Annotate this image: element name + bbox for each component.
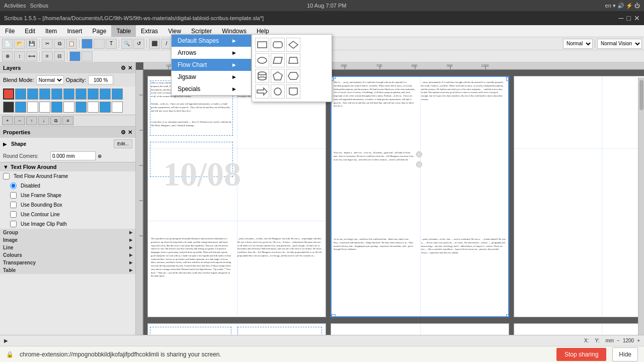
swatch-blue2[interactable] xyxy=(27,88,38,100)
table-section[interactable]: Table ▶ xyxy=(0,266,135,274)
shape-circle[interactable] xyxy=(271,84,285,99)
hide-button[interactable]: Hide xyxy=(612,347,638,361)
handle-rc[interactable] xyxy=(506,77,509,81)
group-section[interactable]: Group ▶ xyxy=(0,229,135,236)
stop-sharing-button[interactable]: Stop sharing xyxy=(556,348,606,361)
tool-select2[interactable] xyxy=(94,39,105,49)
swatch-blue5[interactable] xyxy=(63,88,74,100)
use-image-clip-checkbox[interactable] xyxy=(10,221,17,227)
layer-del-btn[interactable]: − xyxy=(14,116,25,125)
layers-settings-icon[interactable]: ⚙ xyxy=(121,65,126,71)
swatch-w3[interactable] xyxy=(63,102,74,113)
tool-line[interactable]: / xyxy=(161,39,172,49)
layer-add-btn[interactable]: + xyxy=(2,116,13,125)
use-frame-shape-checkbox[interactable] xyxy=(10,192,17,199)
tool-copy[interactable]: ⧉ xyxy=(54,39,65,49)
zoom-out-btn[interactable]: − xyxy=(617,338,620,343)
menu-table[interactable]: Table xyxy=(111,25,136,37)
swatch-blue4[interactable] xyxy=(51,88,62,100)
shape-diamond[interactable] xyxy=(286,38,300,52)
swatch-blue1[interactable] xyxy=(15,88,26,100)
tb2-arrange[interactable]: ≡ xyxy=(42,51,53,61)
line-section[interactable]: Line ▶ xyxy=(0,244,135,251)
text-flow-expand[interactable]: ▼ xyxy=(3,164,9,170)
scrollbar-vertical[interactable] xyxy=(638,77,644,359)
blend-mode-select[interactable]: Normal xyxy=(36,75,64,84)
close-btn[interactable]: ✕ xyxy=(634,14,640,22)
menu-item[interactable]: Item xyxy=(40,25,62,37)
tb2-color2[interactable] xyxy=(82,51,93,61)
swatch-w4[interactable] xyxy=(88,102,99,113)
prop-expand-arrow[interactable]: ▶ xyxy=(3,141,9,147)
swatch-w1[interactable] xyxy=(27,102,38,113)
use-contour-line-checkbox[interactable] xyxy=(10,211,17,218)
layers-close-icon[interactable]: ✕ xyxy=(128,65,132,71)
minimize-btn[interactable]: ─ xyxy=(619,14,624,22)
shape-pentagon[interactable] xyxy=(271,69,285,83)
swatch-dark[interactable] xyxy=(3,102,14,113)
tb2-btn3[interactable]: ⟺ xyxy=(26,51,37,61)
shape-oval[interactable] xyxy=(255,53,269,67)
shape-rounded-rect[interactable] xyxy=(271,38,285,52)
swatch-red[interactable] xyxy=(3,88,14,100)
shape-rect[interactable] xyxy=(255,38,269,52)
menu-edit[interactable]: Edit xyxy=(20,25,40,37)
tb2-btn1[interactable]: ⊕ xyxy=(2,51,13,61)
zoom-in-btn[interactable]: + xyxy=(637,338,640,343)
menu-insert[interactable]: Insert xyxy=(62,25,87,37)
ctx-jigsaw[interactable]: Jigsaw ▶ xyxy=(172,71,251,83)
shape-cylinder[interactable] xyxy=(255,69,269,83)
shape-hexagon[interactable] xyxy=(286,69,300,83)
opacity-input[interactable] xyxy=(88,75,113,84)
ctx-specials[interactable]: Specials ▶ xyxy=(172,83,251,95)
canvas-area[interactable]: 100 200 300 400 500 600 700 800 xyxy=(136,62,644,362)
swatch-b4[interactable] xyxy=(100,102,111,113)
tool-select-blue[interactable] xyxy=(82,39,93,49)
tb2-btn2[interactable]: ↕ xyxy=(14,51,25,61)
swatch-blue3[interactable] xyxy=(39,88,50,100)
tool-text[interactable]: T xyxy=(106,39,117,49)
colours-section[interactable]: Colours ▶ xyxy=(0,251,135,259)
swatch-w5[interactable] xyxy=(112,102,123,113)
scrollbar-thumb-v[interactable] xyxy=(639,80,643,110)
tool-new[interactable]: 📄 xyxy=(2,39,13,49)
properties-close-icon[interactable]: ✕ xyxy=(128,129,132,136)
handle-br[interactable] xyxy=(506,314,509,317)
tool-rotate[interactable]: ↺ xyxy=(133,39,144,49)
disabled-radio[interactable] xyxy=(10,183,17,189)
tool-shapes[interactable]: ⬛ xyxy=(149,39,160,49)
ctx-default-shapes[interactable]: Default Shapes ▶ xyxy=(172,35,251,47)
layer-down-btn[interactable]: ↓ xyxy=(38,116,49,125)
layer-duplicate-btn[interactable]: ⧉ xyxy=(50,116,61,125)
shape-trapezoid[interactable] xyxy=(286,53,300,67)
menu-file[interactable]: File xyxy=(0,25,20,37)
swatch-blue6[interactable] xyxy=(75,88,87,100)
shape-doc[interactable] xyxy=(286,84,300,99)
ctx-flow-chart[interactable]: Flow Chart ▶ xyxy=(172,59,251,71)
image-section[interactable]: Image ▶ xyxy=(0,236,135,244)
shape-parallelogram[interactable] xyxy=(271,53,285,67)
activities-label[interactable]: Activities xyxy=(4,3,26,9)
tb2-align[interactable]: ⊟ xyxy=(54,51,65,61)
swatch-b1[interactable] xyxy=(15,102,26,113)
menu-page[interactable]: Page xyxy=(87,25,111,37)
properties-settings-icon[interactable]: ⚙ xyxy=(121,129,126,136)
layer-extra-btn[interactable]: ≡ xyxy=(62,116,73,125)
handle-bc[interactable] xyxy=(332,314,336,317)
shape-arrow-right[interactable] xyxy=(255,84,269,99)
swatch-b2[interactable] xyxy=(51,102,62,113)
tool-paste[interactable]: 📋 xyxy=(66,39,77,49)
round-corners-spin[interactable]: ⊕ xyxy=(98,153,102,159)
tool-save[interactable]: 💾 xyxy=(26,39,37,49)
vision-select[interactable]: Normal Vision xyxy=(597,39,642,49)
maximize-btn[interactable]: □ xyxy=(627,14,631,22)
ctx-arrows[interactable]: Arrows ▶ xyxy=(172,47,251,59)
text-flow-frame-checkbox[interactable] xyxy=(3,173,10,179)
tool-cut[interactable]: ✂ xyxy=(42,39,53,49)
tb2-color1[interactable] xyxy=(69,51,80,61)
app-name[interactable]: Scribus xyxy=(30,3,48,9)
tool-open[interactable]: 📂 xyxy=(14,39,25,49)
swatch-blue8[interactable] xyxy=(100,88,111,100)
transparency-section[interactable]: Transparency ▶ xyxy=(0,259,135,266)
swatch-blue7[interactable] xyxy=(88,88,99,100)
